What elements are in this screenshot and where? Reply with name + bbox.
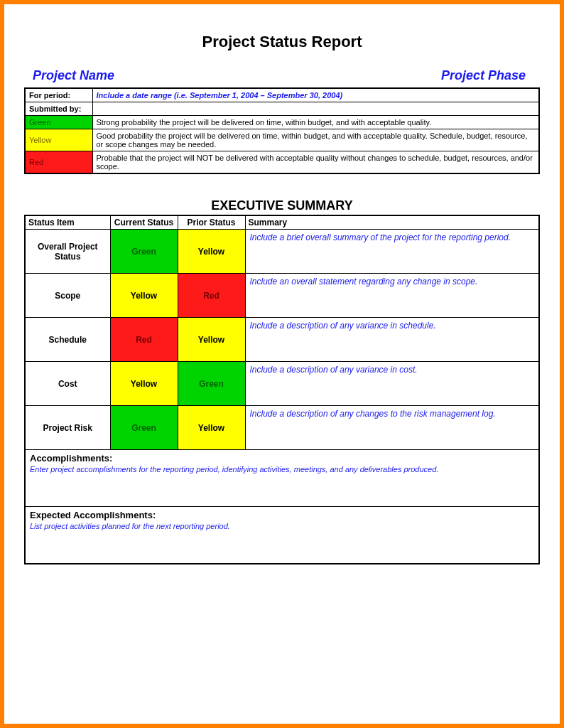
legend-red-row: Red Probable that the project will NOT b…	[25, 151, 539, 174]
summary-cost: Include a description of any variance in…	[245, 362, 539, 406]
executive-summary-title: EXECUTIVE SUMMARY	[24, 198, 540, 213]
header-prior-status: Prior Status	[178, 215, 245, 230]
legend-yellow-desc: Good probability the project will be del…	[92, 129, 539, 151]
item-cost: Cost	[25, 362, 110, 406]
header-summary: Summary	[245, 215, 539, 230]
current-scope: Yellow	[110, 274, 178, 318]
legend-green-row: Green Strong probability the project wil…	[25, 116, 539, 129]
expected-heading: Expected Accomplishments:	[30, 510, 156, 520]
item-overall: Overall Project Status	[25, 230, 110, 274]
submitted-row: Submitted by:	[25, 102, 539, 116]
exec-row-scope: Scope Yellow Red Include an overall stat…	[25, 274, 539, 318]
period-row: For period: Include a date range (i.e. S…	[25, 88, 539, 102]
exec-header-row: Status Item Current Status Prior Status …	[25, 215, 539, 230]
summary-risk: Include a description of any changes to …	[245, 406, 539, 450]
submitted-label: Submitted by:	[25, 102, 92, 116]
legend-red-desc: Probable that the project will NOT be de…	[92, 151, 539, 174]
subheader: Project Name Project Phase	[24, 68, 540, 87]
accomplishments-body: Enter project accomplishments for the re…	[30, 465, 534, 473]
current-overall: Green	[110, 230, 178, 274]
header-status-item: Status Item	[25, 215, 110, 230]
current-cost: Yellow	[110, 362, 178, 406]
accomplishments-row: Accomplishments: Enter project accomplis…	[25, 450, 539, 507]
info-table: For period: Include a date range (i.e. S…	[24, 87, 540, 174]
item-schedule: Schedule	[25, 318, 110, 362]
prior-schedule: Yellow	[178, 318, 245, 362]
summary-scope: Include an overall statement regarding a…	[245, 274, 539, 318]
legend-red-key: Red	[25, 151, 92, 174]
expected-accomplishments-cell: Expected Accomplishments: List project a…	[25, 507, 539, 564]
legend-yellow-key: Yellow	[25, 129, 92, 151]
report-title: Project Status Report	[24, 33, 540, 51]
period-value: Include a date range (i.e. September 1, …	[92, 88, 539, 102]
exec-row-cost: Cost Yellow Green Include a description …	[25, 362, 539, 406]
prior-overall: Yellow	[178, 230, 245, 274]
header-current-status: Current Status	[110, 215, 178, 230]
legend-yellow-row: Yellow Good probability the project will…	[25, 129, 539, 151]
legend-green-desc: Strong probability the project will be d…	[92, 116, 539, 129]
current-risk: Green	[110, 406, 178, 450]
legend-green-key: Green	[25, 116, 92, 129]
exec-row-risk: Project Risk Green Yellow Include a desc…	[25, 406, 539, 450]
exec-row-overall: Overall Project Status Green Yellow Incl…	[25, 230, 539, 274]
accomplishments-heading: Accomplishments:	[30, 453, 112, 464]
executive-summary-table: Status Item Current Status Prior Status …	[24, 215, 540, 564]
submitted-value	[92, 102, 539, 116]
expected-body: List project activities planned for the …	[30, 522, 534, 530]
item-risk: Project Risk	[25, 406, 110, 450]
period-label: For period:	[25, 88, 92, 102]
current-schedule: Red	[110, 318, 178, 362]
exec-row-schedule: Schedule Red Yellow Include a descriptio…	[25, 318, 539, 362]
prior-scope: Red	[178, 274, 245, 318]
expected-accomplishments-row: Expected Accomplishments: List project a…	[25, 507, 539, 564]
prior-risk: Yellow	[178, 406, 245, 450]
accomplishments-cell: Accomplishments: Enter project accomplis…	[25, 450, 539, 507]
summary-schedule: Include a description of any variance in…	[245, 318, 539, 362]
summary-overall: Include a brief overall summary of the p…	[245, 230, 539, 274]
item-scope: Scope	[25, 274, 110, 318]
project-name-label: Project Name	[33, 68, 114, 83]
prior-cost: Green	[178, 362, 245, 406]
project-phase-label: Project Phase	[441, 68, 526, 83]
